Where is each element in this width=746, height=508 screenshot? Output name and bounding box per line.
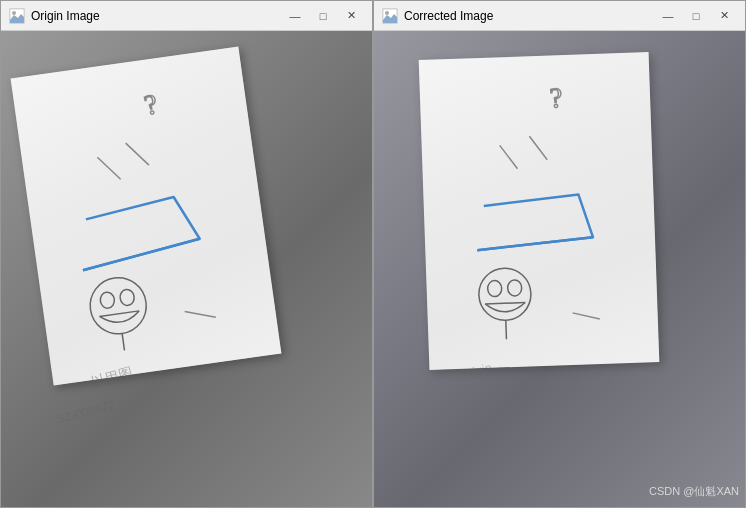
window-origin: Origin Image — □ ✕ ? (0, 0, 373, 508)
window-icon-origin (9, 8, 25, 24)
svg-point-21 (487, 280, 502, 296)
svg-point-22 (507, 280, 522, 296)
svg-line-12 (185, 307, 216, 321)
svg-line-6 (81, 239, 202, 271)
canvas-origin: ? (1, 31, 372, 507)
csdn-watermark: CSDN @仙魁XAN (649, 484, 739, 499)
maximize-button-origin[interactable]: □ (310, 6, 336, 26)
title-bar-left-origin: Origin Image (9, 8, 100, 24)
svg-line-17 (500, 145, 518, 170)
minimize-button-origin[interactable]: — (282, 6, 308, 26)
drawing-origin: ? (11, 47, 282, 386)
svg-line-5 (126, 140, 149, 168)
title-bar-left-corrected: Corrected Image (382, 8, 493, 24)
close-button-corrected[interactable]: ✕ (711, 6, 737, 26)
title-controls-origin: — □ ✕ (282, 6, 364, 26)
title-bar-corrected: Corrected Image — □ ✕ (374, 1, 745, 31)
svg-line-11 (122, 333, 124, 350)
minimize-button-corrected[interactable]: — (655, 6, 681, 26)
close-button-origin[interactable]: ✕ (338, 6, 364, 26)
canvas-corrected: ? (374, 31, 745, 507)
title-controls-corrected: — □ ✕ (655, 6, 737, 26)
maximize-button-corrected[interactable]: □ (683, 6, 709, 26)
svg-text:?: ? (141, 88, 160, 121)
window-title-origin: Origin Image (31, 9, 100, 23)
window-corrected: Corrected Image — □ ✕ ? (373, 0, 746, 508)
svg-point-9 (119, 289, 135, 307)
svg-point-15 (385, 11, 389, 15)
window-icon-corrected (382, 8, 398, 24)
svg-point-20 (478, 267, 532, 321)
window-title-corrected: Corrected Image (404, 9, 493, 23)
svg-point-2 (12, 11, 16, 15)
svg-line-18 (529, 136, 547, 161)
image-origin: ? (1, 31, 372, 507)
svg-line-24 (506, 320, 507, 339)
svg-line-23 (485, 303, 525, 304)
svg-point-8 (99, 291, 115, 309)
image-corrected: ? (374, 31, 745, 507)
svg-line-19 (477, 237, 593, 250)
paper-corrected: ? (419, 52, 660, 370)
paper-origin: ? (11, 47, 282, 386)
drawing-corrected: ? (419, 52, 660, 370)
svg-line-25 (573, 312, 600, 320)
svg-point-7 (87, 274, 150, 337)
title-bar-origin: Origin Image — □ ✕ (1, 1, 372, 31)
svg-text:?: ? (549, 82, 564, 114)
svg-line-4 (97, 154, 120, 182)
